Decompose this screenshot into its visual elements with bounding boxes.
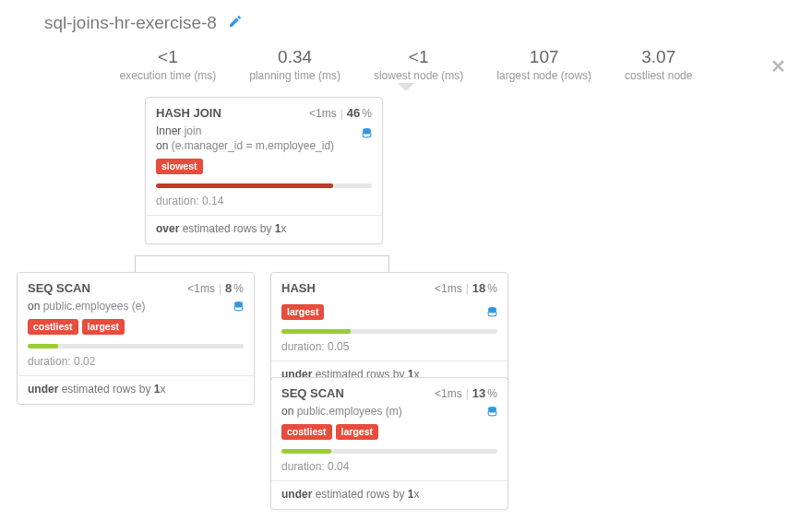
close-icon[interactable]: ✕ xyxy=(770,55,786,77)
stat-label: execution time (ms) xyxy=(120,69,217,82)
estimate-text: under estimated rows by 1x xyxy=(28,383,244,396)
node-time: <1ms xyxy=(187,282,215,295)
duration-bar xyxy=(156,183,372,188)
estimate-text: under estimated rows by 1x xyxy=(281,488,497,501)
estimate-text: over estimated rows by 1x xyxy=(156,222,372,235)
node-tags: slowest xyxy=(156,159,372,174)
plan-canvas: HASH JOIN <1ms | 46% Inner join on (e.ma… xyxy=(0,88,812,520)
node-header: SEQ SCAN <1ms | 13% xyxy=(271,378,508,404)
stat-largest-node: 107 largest node (rows) xyxy=(496,48,591,82)
edit-icon[interactable] xyxy=(228,14,243,32)
node-percent: 46% xyxy=(347,106,372,120)
duration-text: duration: 0.02 xyxy=(28,355,244,368)
node-desc: on public.employees (m) xyxy=(281,404,497,419)
plan-node-seq-scan-m[interactable]: SEQ SCAN <1ms | 13% on public.employees … xyxy=(270,377,508,510)
node-percent: 18% xyxy=(472,281,497,295)
duration-text: duration: 0.14 xyxy=(156,195,372,207)
database-icon[interactable] xyxy=(486,406,498,420)
node-title: SEQ SCAN xyxy=(28,281,90,295)
stat-value: <1 xyxy=(374,48,463,67)
plan-node-hash-join[interactable]: HASH JOIN <1ms | 46% Inner join on (e.ma… xyxy=(145,97,383,244)
plan-title: sql-joins-hr-exercise-8 xyxy=(44,13,217,33)
node-desc: on public.employees (e) xyxy=(28,299,244,313)
database-icon[interactable] xyxy=(233,301,245,315)
stat-label: planning time (ms) xyxy=(249,69,340,82)
node-header: HASH <1ms | 18% xyxy=(271,273,508,299)
stat-costliest-node: 3.07 costliest node xyxy=(625,48,692,82)
node-body: on public.employees (e) costliest larges… xyxy=(18,299,254,404)
stat-value: 3.07 xyxy=(625,48,692,67)
node-title: HASH JOIN xyxy=(156,106,221,120)
node-body: Inner join on (e.manager_id = m.employee… xyxy=(146,124,382,243)
duration-bar xyxy=(28,344,244,349)
node-percent: 8% xyxy=(225,281,244,295)
node-time: <1ms xyxy=(309,107,337,120)
database-icon[interactable] xyxy=(486,306,498,321)
node-tags: costliest largest xyxy=(28,319,244,335)
stat-exec-time: <1 execution time (ms) xyxy=(120,48,217,82)
node-body: on public.employees (m) costliest larges… xyxy=(271,404,508,509)
duration-bar xyxy=(281,449,497,454)
stats-bar: <1 execution time (ms) 0.34 planning tim… xyxy=(0,39,812,88)
plan-node-seq-scan-e[interactable]: SEQ SCAN <1ms | 8% on public.employees (… xyxy=(17,272,255,405)
stat-plan-time: 0.34 planning time (ms) xyxy=(249,48,340,82)
stat-label: costliest node xyxy=(625,69,692,82)
tag-costliest: costliest xyxy=(28,319,78,335)
node-time: <1ms xyxy=(435,282,462,295)
tag-costliest: costliest xyxy=(281,424,332,440)
node-header: HASH JOIN <1ms | 46% xyxy=(146,98,382,124)
node-desc: Inner join on (e.manager_id = m.employee… xyxy=(156,124,372,153)
node-title: SEQ SCAN xyxy=(281,386,344,400)
node-header: SEQ SCAN <1ms | 8% xyxy=(18,273,254,299)
node-time: <1ms xyxy=(435,387,462,400)
node-percent: 13% xyxy=(472,386,497,400)
database-icon[interactable] xyxy=(361,127,373,142)
stat-slowest-node: <1 slowest node (ms) xyxy=(374,48,463,82)
stat-value: <1 xyxy=(120,48,217,67)
node-tags: largest xyxy=(281,304,497,320)
tag-slowest: slowest xyxy=(156,159,203,174)
node-tags: costliest largest xyxy=(281,424,497,440)
stat-label: slowest node (ms) xyxy=(374,69,463,82)
tag-largest: largest xyxy=(336,424,378,440)
stat-value: 107 xyxy=(496,48,591,67)
stat-value: 0.34 xyxy=(249,48,340,67)
duration-text: duration: 0.05 xyxy=(281,340,497,353)
tag-largest: largest xyxy=(281,304,324,320)
node-title: HASH xyxy=(281,281,316,295)
plan-node-hash[interactable]: HASH <1ms | 18% largest duration: 0.05 u… xyxy=(270,272,508,390)
duration-text: duration: 0.04 xyxy=(281,460,497,473)
stat-label: largest node (rows) xyxy=(496,69,591,82)
page-header: sql-joins-hr-exercise-8 xyxy=(0,0,812,39)
duration-bar xyxy=(281,329,497,334)
tag-largest: largest xyxy=(82,319,125,335)
